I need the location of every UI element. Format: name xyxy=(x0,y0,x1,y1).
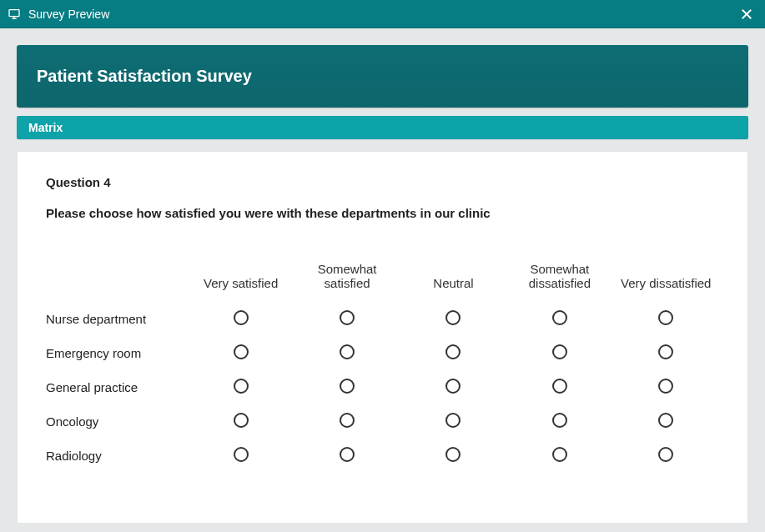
matrix-radio[interactable] xyxy=(552,344,567,359)
matrix-cell xyxy=(400,439,506,473)
matrix-cell xyxy=(613,370,719,404)
matrix-radio[interactable] xyxy=(340,310,355,325)
matrix-radio[interactable] xyxy=(552,447,567,462)
matrix-radio[interactable] xyxy=(234,379,249,394)
matrix-radio[interactable] xyxy=(552,310,567,325)
matrix-col-header: Very satisfied xyxy=(188,253,294,302)
table-row: Emergency room xyxy=(46,336,719,370)
matrix-row-label: Emergency room xyxy=(46,336,188,370)
matrix-radio[interactable] xyxy=(552,413,567,428)
matrix-corner-cell xyxy=(46,253,188,302)
matrix-cell xyxy=(294,404,400,439)
bottom-spacer xyxy=(17,524,748,532)
svg-rect-0 xyxy=(9,9,19,16)
matrix-row-label: Oncology xyxy=(46,404,188,439)
matrix-cell xyxy=(506,439,612,473)
matrix-radio[interactable] xyxy=(340,344,355,359)
matrix-cell xyxy=(506,302,612,336)
matrix-cell xyxy=(506,404,612,439)
matrix-radio[interactable] xyxy=(340,413,355,428)
matrix-col-header: Somewhat dissatisfied xyxy=(506,253,612,302)
matrix-cell xyxy=(188,336,294,370)
matrix-radio[interactable] xyxy=(234,447,249,462)
matrix-radio[interactable] xyxy=(340,447,355,462)
table-row: Nurse department xyxy=(46,302,719,336)
matrix-col-header: Very dissatisfied xyxy=(613,253,719,302)
matrix-cell xyxy=(188,370,294,404)
matrix-radio[interactable] xyxy=(445,310,461,325)
matrix-cell xyxy=(188,302,294,336)
matrix-cell xyxy=(613,302,719,336)
matrix-cell xyxy=(294,302,400,336)
viewport: Patient Satisfaction Survey Matrix Quest… xyxy=(0,28,765,532)
scroll-area[interactable]: Patient Satisfaction Survey Matrix Quest… xyxy=(0,28,765,532)
matrix-cell xyxy=(188,439,294,473)
matrix-cell xyxy=(400,336,506,370)
matrix-col-header: Neutral xyxy=(400,253,506,302)
matrix-cell xyxy=(613,336,719,370)
section-type-label: Matrix xyxy=(28,121,63,134)
matrix-cell xyxy=(400,370,506,404)
matrix-cell xyxy=(613,439,719,473)
question-card: Question 4 Please choose how satisfied y… xyxy=(17,151,748,524)
matrix-table: Very satisfied Somewhat satisfied Neutra… xyxy=(46,253,719,473)
matrix-radio[interactable] xyxy=(234,413,249,428)
matrix-radio[interactable] xyxy=(552,379,567,394)
matrix-radio[interactable] xyxy=(445,413,461,428)
matrix-radio[interactable] xyxy=(445,344,461,359)
matrix-radio[interactable] xyxy=(234,310,249,325)
matrix-row-label: Radiology xyxy=(46,439,188,473)
matrix-cell xyxy=(506,336,612,370)
matrix-col-header: Somewhat satisfied xyxy=(294,253,400,302)
survey-header: Patient Satisfaction Survey xyxy=(17,45,748,108)
matrix-radio[interactable] xyxy=(658,344,673,359)
matrix-radio[interactable] xyxy=(658,379,673,394)
matrix-radio[interactable] xyxy=(658,447,673,462)
matrix-cell xyxy=(400,404,506,439)
matrix-row-label: Nurse department xyxy=(46,302,188,336)
table-row: Radiology xyxy=(46,439,719,473)
matrix-cell xyxy=(506,370,612,404)
matrix-radio[interactable] xyxy=(445,447,461,462)
matrix-cell xyxy=(613,404,719,439)
table-row: General practice xyxy=(46,370,719,404)
table-row: Oncology xyxy=(46,404,719,439)
matrix-radio[interactable] xyxy=(340,379,355,394)
matrix-radio[interactable] xyxy=(234,344,249,359)
close-button[interactable] xyxy=(735,3,758,26)
question-text: Please choose how satisfied you were wit… xyxy=(46,206,719,220)
matrix-cell xyxy=(400,302,506,336)
monitor-icon xyxy=(7,7,22,22)
matrix-radio[interactable] xyxy=(658,310,673,325)
question-number: Question 4 xyxy=(46,175,719,189)
survey-title: Patient Satisfaction Survey xyxy=(37,67,728,86)
matrix-radio[interactable] xyxy=(658,413,673,428)
matrix-cell xyxy=(188,404,294,439)
titlebar: Survey Preview xyxy=(0,0,765,28)
matrix-row-label: General practice xyxy=(46,370,188,404)
section-type-bar: Matrix xyxy=(17,116,748,139)
window-title: Survey Preview xyxy=(28,8,735,21)
matrix-cell xyxy=(294,336,400,370)
matrix-radio[interactable] xyxy=(445,379,461,394)
matrix-cell xyxy=(294,439,400,473)
matrix-cell xyxy=(294,370,400,404)
